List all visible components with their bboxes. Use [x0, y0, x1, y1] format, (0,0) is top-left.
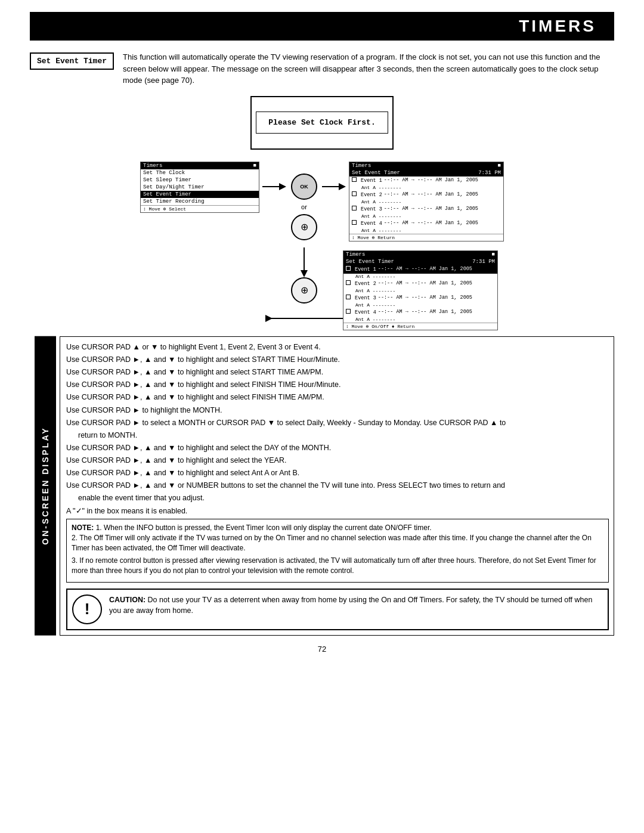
- arrow-row: OK: [262, 174, 346, 200]
- caution-label: CAUTION:: [109, 596, 145, 604]
- or-text: or: [301, 203, 307, 210]
- instructions-content: Use CURSOR PAD ▲ or ▼ to highlight Event…: [60, 336, 614, 636]
- instr-4: Use CURSOR PAD ►, ▲ and ▼ to highlight a…: [66, 379, 609, 390]
- bottom-ant-1: Ant A --------: [343, 274, 497, 280]
- right-ant-2: Ant A --------: [349, 199, 503, 205]
- caution-box: ! CAUTION: Do not use your TV as a deter…: [66, 589, 609, 630]
- left-screen-title: Timers ■: [141, 162, 259, 169]
- clock-screen-box: Please Set Clock First.: [250, 96, 394, 150]
- bottom-event-4: Event 4 --:-- AM → --:-- AM Jan 1, 2005: [343, 308, 497, 317]
- note-item-1: 1. When the INFO button is pressed, the …: [96, 524, 432, 532]
- left-tv-screen: Timers ■ Set The Clock Set Sleep Timer S…: [140, 162, 259, 213]
- clock-screen-area: Please Set Clock First.: [30, 96, 614, 150]
- left-menu-sleep-timer: Set Sleep Timer: [141, 176, 259, 184]
- note-item-3: 3. If no remote control button is presse…: [72, 556, 603, 577]
- bottom-event-3: Event 3 --:-- AM → --:-- AM Jan 1, 2005: [343, 294, 497, 302]
- right-event-1: Event 1 --:-- AM → --:-- AM Jan 1, 2005: [349, 176, 503, 185]
- left-menu-day-night: Set Day/Night Timer: [141, 184, 259, 191]
- instr-1: Use CURSOR PAD ▲ or ▼ to highlight Event…: [66, 342, 609, 352]
- diagram-row-top: Timers ■ Set The Clock Set Sleep Timer S…: [30, 162, 614, 241]
- left-screen-footer: ↕ Move ⊕ Select: [141, 205, 259, 212]
- left-menu-set-clock: Set The Clock: [141, 169, 259, 176]
- bottom-ant-3: Ant A --------: [343, 302, 497, 308]
- nav-icon: ⊕: [301, 221, 308, 233]
- instr-7b: return to MONTH.: [66, 430, 609, 441]
- bottom-ant-4: Ant A --------: [343, 317, 497, 323]
- bottom-center: ⊕: [265, 247, 343, 327]
- set-event-header: Set Event Timer This function will autom…: [30, 51, 614, 86]
- right-ant-1: Ant A --------: [349, 185, 503, 191]
- note-box: NOTE: 1. When the INFO button is pressed…: [66, 519, 609, 583]
- right-arrow-svg: [262, 181, 286, 193]
- instr-3: Use CURSOR PAD ►, ▲ and ▼ to highlight a…: [66, 367, 609, 377]
- instr-10: Use CURSOR PAD ►, ▲ and ▼ to highlight a…: [66, 467, 609, 478]
- right-event-2: Event 2 --:-- AM → --:-- AM Jan 1, 2005: [349, 191, 503, 199]
- instr-7: Use CURSOR PAD ► to select a MONTH or CU…: [66, 417, 609, 428]
- left-menu-timer-recording: Set Timer Recording: [141, 198, 259, 205]
- instr-2: Use CURSOR PAD ►, ▲ and ▼ to highlight a…: [66, 354, 609, 365]
- bottom-screen-title: Timers ■: [343, 251, 497, 258]
- down-arrow-svg: [295, 247, 313, 277]
- instr-11: Use CURSOR PAD ►, ▲ and ▼ or NUMBER butt…: [66, 480, 609, 491]
- set-event-description: This function will automatically operate…: [123, 51, 614, 86]
- nav-button[interactable]: ⊕: [291, 214, 317, 240]
- instr-8: Use CURSOR PAD ►, ▲ and ▼ to highlight a…: [66, 442, 609, 453]
- bottom-nav-button[interactable]: ⊕: [291, 277, 317, 304]
- instr-6: Use CURSOR PAD ► to highlight the MONTH.: [66, 405, 609, 416]
- diagram-center: OK or ⊕: [265, 162, 343, 240]
- instr-9: Use CURSOR PAD ►, ▲ and ▼ to highlight a…: [66, 455, 609, 466]
- right-event-3: Event 3 --:-- AM → --:-- AM Jan 1, 2005: [349, 205, 503, 213]
- bottom-nav-icon: ⊕: [301, 284, 308, 296]
- caution-icon: !: [72, 594, 102, 624]
- clock-message: Please Set Clock First.: [256, 112, 388, 134]
- set-event-timer-label: Set Event Timer: [30, 52, 114, 70]
- note-item-2: 2. The Off Timer will only activate if t…: [72, 533, 603, 554]
- right-screen-footer: ↕ Move ⊕ Return: [349, 234, 503, 241]
- right-screen-subtitle-row: Set Event Timer 7:31 PM: [349, 169, 503, 176]
- left-arrow-svg: [265, 309, 343, 327]
- bottom-ant-2: Ant A --------: [343, 288, 497, 294]
- right-arrow-svg2: [322, 181, 346, 193]
- page-number: 72: [30, 645, 614, 654]
- right-screen-title: Timers ■: [349, 162, 503, 169]
- ok-button[interactable]: OK: [291, 174, 317, 200]
- caution-text: CAUTION: Do not use your TV as a deterre…: [109, 594, 603, 617]
- bottom-event-1: Event 1 --:-- AM → --:-- AM Jan 1, 2005: [343, 265, 497, 274]
- bottom-event-2: Event 2 --:-- AM → --:-- AM Jan 1, 2005: [343, 280, 497, 288]
- instr-11b: enable the event timer that you adjust.: [66, 493, 609, 503]
- bottom-screen-footer: ↕ Move ⊕ On/Off ♦ Return: [343, 323, 497, 330]
- diagram-right: Timers ■ Set Event Timer 7:31 PM Event 1…: [343, 162, 510, 241]
- diagram-left: Timers ■ Set The Clock Set Sleep Timer S…: [134, 162, 265, 213]
- right-event-4: Event 4 --:-- AM → --:-- AM Jan 1, 2005: [349, 219, 503, 228]
- page-title: TIMERS: [30, 12, 614, 41]
- right-ant-3: Ant A --------: [349, 213, 503, 219]
- diagram-row-bottom: ⊕ Timers ■ Set Event Timer 7:31 PM: [30, 247, 614, 330]
- right-ant-4: Ant A --------: [349, 228, 503, 234]
- vertical-label: ON-SCREEN DISPLAY: [35, 336, 56, 636]
- instructions-outer: ON-SCREEN DISPLAY Use CURSOR PAD ▲ or ▼ …: [60, 336, 614, 636]
- right-tv-screen: Timers ■ Set Event Timer 7:31 PM Event 1…: [349, 162, 504, 241]
- bottom-screen-subtitle-row: Set Event Timer 7:31 PM: [343, 258, 497, 265]
- instr-5: Use CURSOR PAD ►, ▲ and ▼ to highlight a…: [66, 392, 609, 402]
- bottom-tv-screen: Timers ■ Set Event Timer 7:31 PM Event 1…: [343, 250, 498, 330]
- left-menu-set-event-timer: Set Event Timer: [141, 191, 259, 198]
- note-label: NOTE:: [72, 524, 94, 532]
- page: TIMERS Set Event Timer This function wil…: [0, 0, 644, 833]
- caution-description: Do not use your TV as a deterrent when a…: [109, 596, 592, 615]
- instr-12: A "✓" in the box means it is enabled.: [66, 506, 609, 516]
